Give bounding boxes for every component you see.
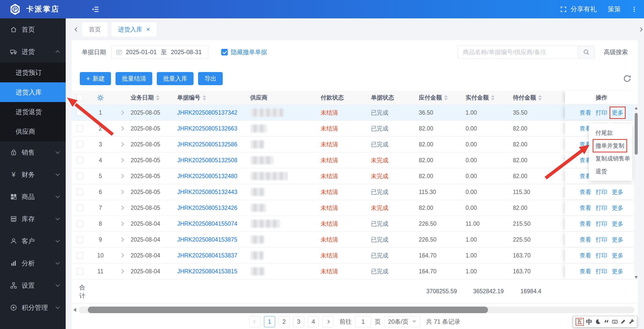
expand-row-icon[interactable]	[113, 248, 131, 263]
sidebar-item-8[interactable]: 商品	[0, 186, 66, 208]
new-button[interactable]: +新建	[80, 72, 111, 85]
row-checkbox[interactable]	[72, 232, 88, 247]
scroll-left-arrow-icon[interactable]	[73, 308, 76, 312]
sort-icon[interactable]	[203, 95, 206, 101]
expand-row-icon[interactable]	[113, 152, 131, 168]
sort-icon[interactable]	[538, 95, 542, 101]
doc-number-link[interactable]: JHRK20250805137342	[177, 109, 237, 116]
view-link[interactable]: 查看	[580, 252, 591, 259]
ime-punctuation-icon[interactable]	[603, 319, 609, 325]
expand-row-icon[interactable]	[113, 264, 131, 279]
print-link[interactable]: 打印	[596, 236, 607, 244]
expand-row-icon[interactable]	[113, 216, 131, 232]
row-checkbox[interactable]	[72, 264, 88, 279]
goto-page-input[interactable]	[355, 316, 371, 327]
sidebar-collapse-icon[interactable]	[92, 6, 99, 13]
sidebar-item-11[interactable]: 分析	[0, 252, 66, 274]
more-link[interactable]: 更多	[612, 252, 623, 259]
doc-number-link[interactable]: JHRK20250804155074	[177, 220, 237, 227]
view-link[interactable]: 查看	[580, 204, 591, 212]
view-link[interactable]: 查看	[580, 268, 591, 275]
tab[interactable]: 进货入库 ×	[111, 22, 157, 37]
print-link[interactable]: 打印	[596, 220, 607, 228]
page-size-select[interactable]: 20条/页	[384, 316, 420, 327]
refresh-icon[interactable]	[623, 74, 631, 83]
sidebar-item-13[interactable]: 积分管理	[0, 297, 66, 319]
row-checkbox[interactable]	[72, 121, 88, 136]
search-button[interactable]	[578, 46, 594, 58]
tab[interactable]: 首页	[82, 22, 107, 37]
page-number-button[interactable]: 4	[308, 316, 319, 327]
ime-settings-wrench-icon[interactable]	[629, 319, 635, 325]
expand-row-icon[interactable]	[113, 121, 131, 136]
row-checkbox[interactable]	[72, 200, 88, 216]
checkbox-checked-icon[interactable]	[221, 49, 228, 55]
share-link[interactable]: 分享有礼	[571, 5, 597, 14]
scroll-up-arrow-icon[interactable]	[635, 107, 638, 109]
view-link[interactable]: 查看	[580, 188, 591, 196]
expand-row-icon[interactable]	[113, 184, 131, 200]
doc-number-link[interactable]: JHRK20250804153815	[177, 268, 237, 275]
print-link[interactable]: 打印	[596, 109, 607, 117]
batch-settle-button[interactable]: 批量结清	[116, 72, 152, 85]
more-link[interactable]: 更多	[612, 188, 623, 196]
row-checkbox[interactable]	[72, 137, 88, 152]
expand-row-icon[interactable]	[113, 232, 131, 247]
ime-chinese-icon[interactable]: 中	[586, 318, 592, 326]
row-checkbox[interactable]	[72, 168, 88, 184]
doc-number-link[interactable]: JHRK20250805132443	[177, 189, 237, 195]
sort-icon[interactable]	[444, 95, 448, 101]
doc-number-link[interactable]: JHRK20250804153875	[177, 236, 237, 243]
dropdown-menu-item[interactable]: 退货	[589, 165, 632, 178]
row-checkbox[interactable]	[72, 105, 88, 120]
expand-row-icon[interactable]	[113, 105, 131, 120]
sidebar-item-10[interactable]: 客户	[0, 230, 66, 252]
print-link[interactable]: 打印	[596, 188, 607, 196]
hide-cancelled-checkbox[interactable]: 隐藏撤单单据	[221, 48, 267, 56]
more-link[interactable]: 更多	[612, 204, 623, 212]
print-link[interactable]: 打印	[596, 268, 607, 275]
row-checkbox[interactable]	[72, 152, 88, 168]
print-link[interactable]: 打印	[596, 204, 607, 212]
column-header-payable[interactable]: 应付金额	[414, 91, 451, 105]
row-checkbox[interactable]	[72, 216, 88, 232]
column-header-date[interactable]: 业务日期	[131, 91, 177, 105]
dropdown-menu-item[interactable]: 付尾款	[589, 126, 632, 139]
tabs-scroll-right-icon[interactable]	[638, 27, 643, 31]
expand-row-icon[interactable]	[113, 200, 131, 216]
column-header-paid[interactable]: 实付金额	[451, 91, 502, 105]
more-link[interactable]: 更多	[612, 220, 623, 228]
dropdown-menu-item[interactable]: 复制成销售单	[589, 152, 632, 165]
view-link[interactable]: 查看	[580, 109, 591, 117]
doc-number-link[interactable]: JHRK20250805132480	[177, 173, 237, 180]
row-checkbox[interactable]	[72, 184, 88, 200]
close-icon[interactable]: ×	[146, 25, 150, 33]
doc-number-link[interactable]: JHRK20250805132586	[177, 141, 237, 148]
next-page-button[interactable]	[322, 316, 333, 327]
page-number-button[interactable]: 1	[264, 316, 275, 327]
sort-icon[interactable]	[156, 95, 160, 101]
vertical-scroll-thumb[interactable]	[635, 113, 638, 155]
doc-number-link[interactable]: JHRK20250804153837	[177, 252, 237, 259]
sidebar-item-7[interactable]: 财务	[0, 163, 66, 186]
doc-number-link[interactable]: JHRK20250805132508	[177, 157, 237, 164]
page-number-button[interactable]: 3	[293, 316, 304, 327]
print-link[interactable]: 打印	[596, 252, 607, 259]
view-link[interactable]: 查看	[580, 220, 591, 228]
dropdown-menu-item[interactable]: 撤单并复制	[589, 139, 632, 152]
doc-number-link[interactable]: JHRK20250805132426	[177, 205, 237, 211]
more-link[interactable]: 更多	[612, 109, 623, 117]
advanced-search-link[interactable]: 高级搜索	[604, 48, 628, 56]
sidebar-item-4[interactable]: 进货退货	[0, 102, 66, 122]
more-link[interactable]: 更多	[612, 236, 623, 244]
ime-halfmoon-icon[interactable]	[595, 319, 601, 325]
expand-row-icon[interactable]	[113, 137, 131, 152]
export-button[interactable]: 导出	[198, 72, 223, 85]
fullscreen-icon[interactable]	[560, 6, 567, 13]
date-range-input[interactable]: 2025-01-01 至 2025-08-31	[111, 46, 208, 59]
more-menu-icon[interactable]	[631, 6, 637, 13]
row-checkbox[interactable]	[72, 248, 88, 263]
user-menu[interactable]: 策策	[608, 5, 621, 14]
expand-row-icon[interactable]	[113, 168, 131, 184]
view-link[interactable]: 查看	[580, 236, 591, 244]
